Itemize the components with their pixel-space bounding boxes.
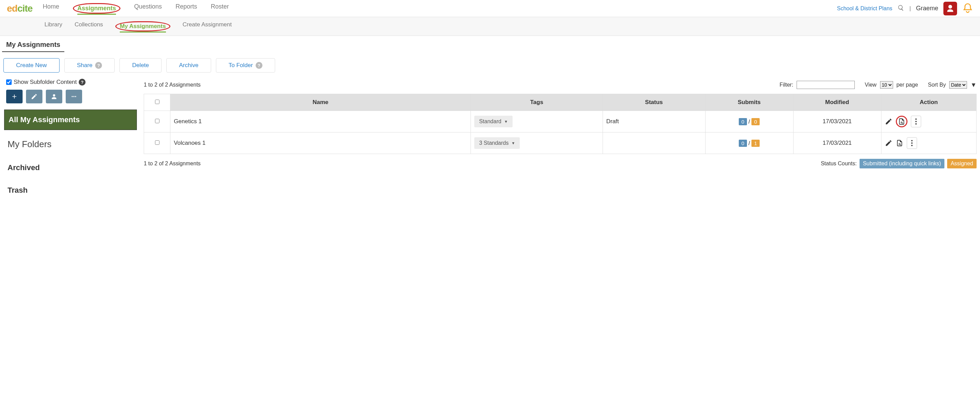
select-all-checkbox[interactable] — [155, 100, 159, 104]
add-folder-button[interactable] — [6, 90, 22, 104]
sidebar-my-folders[interactable]: My Folders — [6, 136, 137, 152]
create-new-button[interactable]: Create New — [3, 58, 60, 73]
preview-icon[interactable] — [896, 139, 904, 147]
row-checkbox[interactable] — [155, 140, 159, 145]
col-tags: Tags — [471, 94, 603, 111]
sidebar-archived[interactable]: Archived — [6, 161, 137, 175]
submits-assigned: 0 — [751, 118, 760, 125]
username-label[interactable]: Graeme — [916, 5, 938, 12]
edit-icon[interactable] — [885, 118, 892, 125]
subnav-collections[interactable]: Collections — [75, 21, 103, 32]
col-submits: Submits — [705, 94, 793, 111]
help-icon: ? — [256, 62, 262, 69]
cell-modified: 17/03/2021 — [793, 132, 881, 154]
row-checkbox[interactable] — [155, 119, 159, 123]
share-label: Share — [77, 62, 92, 69]
col-modified: Modified — [793, 94, 881, 111]
table-row: Volcanoes 13 Standards ▼0/117/03/2021 — [144, 132, 977, 154]
page-title: My Assignments — [2, 36, 64, 52]
more-actions-icon[interactable] — [911, 116, 921, 128]
list-meta-top: 1 to 2 of 2 Assignments Filter: View 10 … — [144, 79, 977, 94]
status-chip-assigned: Assigned — [947, 159, 977, 168]
list-meta-bottom: 1 to 2 of 2 Assignments Status Counts: S… — [144, 154, 977, 173]
svg-point-2 — [75, 96, 76, 97]
logo[interactable]: edcite — [7, 3, 32, 14]
archive-button[interactable]: Archive — [166, 58, 211, 73]
search-icon[interactable] — [897, 5, 904, 13]
subnav-my-assignments[interactable]: My Assignments — [120, 23, 165, 32]
svg-point-5 — [915, 121, 917, 122]
show-subfolder-label: Show Subfolder Content — [14, 79, 76, 86]
sub-navbar: Library Collections My Assignments Creat… — [0, 17, 980, 36]
caret-down-icon: ▼ — [511, 141, 515, 145]
per-page-select[interactable]: 10 — [880, 81, 893, 89]
more-folder-button[interactable] — [66, 90, 82, 104]
submits-submitted: 0 — [739, 118, 747, 125]
col-action: Action — [881, 94, 976, 111]
plans-link[interactable]: School & District Plans — [837, 5, 892, 12]
svg-point-10 — [911, 145, 913, 146]
sort-label: Sort By — [928, 82, 946, 88]
edit-icon[interactable] — [885, 139, 892, 147]
cell-name[interactable]: Genetics 1 — [170, 111, 471, 132]
cell-action — [881, 111, 976, 132]
avatar-icon[interactable] — [943, 2, 957, 15]
share-folder-button[interactable] — [46, 90, 62, 104]
folder-toolbar — [6, 90, 137, 104]
submits-assigned: 1 — [751, 140, 760, 147]
sort-select[interactable]: Date — [949, 81, 967, 89]
submits-submitted: 0 — [739, 140, 747, 147]
to-folder-button[interactable]: To Folder ? — [216, 58, 275, 73]
sidebar: Show Subfolder Content ? All My Assignme… — [3, 79, 137, 206]
dots-icon — [70, 93, 77, 100]
show-subfolder-checkbox[interactable] — [6, 80, 12, 85]
sort-direction-icon[interactable]: ▼ — [970, 81, 977, 89]
action-row: Create New Share ? Delete Archive To Fol… — [0, 52, 980, 79]
table-row: Genetics 1Standard ▼Draft0/017/03/2021 — [144, 111, 977, 132]
svg-point-8 — [911, 140, 913, 141]
nav-assignments[interactable]: Assignments — [77, 5, 116, 15]
cell-status: Draft — [603, 111, 705, 132]
subnav-library[interactable]: Library — [45, 21, 62, 32]
per-page-suffix: per page — [897, 82, 918, 88]
svg-point-7 — [899, 143, 900, 145]
sidebar-trash[interactable]: Trash — [6, 183, 137, 198]
cell-status — [603, 132, 705, 154]
delete-button[interactable]: Delete — [119, 58, 162, 73]
cell-modified: 17/03/2021 — [793, 111, 881, 132]
tag-chip[interactable]: Standard ▼ — [474, 116, 512, 128]
help-icon[interactable]: ? — [79, 79, 86, 86]
cell-submits: 0/1 — [705, 132, 793, 154]
nav-roster[interactable]: Roster — [211, 3, 229, 14]
svg-point-0 — [72, 96, 73, 97]
bell-icon[interactable] — [962, 2, 973, 15]
assignments-table: Name Tags Status Submits Modified Action… — [144, 94, 977, 154]
nav-home[interactable]: Home — [43, 3, 59, 14]
status-counts-label: Status Counts: — [821, 161, 857, 167]
col-name: Name — [170, 94, 471, 111]
pencil-icon — [31, 93, 38, 100]
more-actions-icon[interactable] — [907, 137, 917, 149]
share-button[interactable]: Share ? — [64, 58, 115, 73]
view-label: View — [865, 82, 876, 88]
filter-label: Filter: — [780, 82, 793, 88]
results-summary-bottom: 1 to 2 of 2 Assignments — [144, 161, 200, 167]
plus-icon — [11, 93, 18, 100]
tag-chip[interactable]: 3 Standards ▼ — [474, 137, 520, 149]
to-folder-label: To Folder — [229, 62, 253, 69]
svg-point-3 — [901, 122, 902, 123]
person-icon — [51, 93, 57, 100]
nav-reports[interactable]: Reports — [175, 3, 197, 14]
cell-tags: 3 Standards ▼ — [471, 132, 603, 154]
nav-questions[interactable]: Questions — [134, 3, 162, 14]
cell-submits: 0/0 — [705, 111, 793, 132]
cell-name[interactable]: Volcanoes 1 — [170, 132, 471, 154]
preview-icon[interactable] — [896, 116, 907, 128]
highlight-circle-my-assignments: My Assignments — [115, 21, 170, 32]
col-status: Status — [603, 94, 705, 111]
edit-folder-button[interactable] — [26, 90, 43, 104]
sidebar-all-assignments[interactable]: All My Assignments — [4, 110, 137, 130]
svg-point-9 — [911, 142, 913, 144]
subnav-create-assignment[interactable]: Create Assignment — [183, 21, 232, 32]
filter-input[interactable] — [797, 81, 855, 89]
